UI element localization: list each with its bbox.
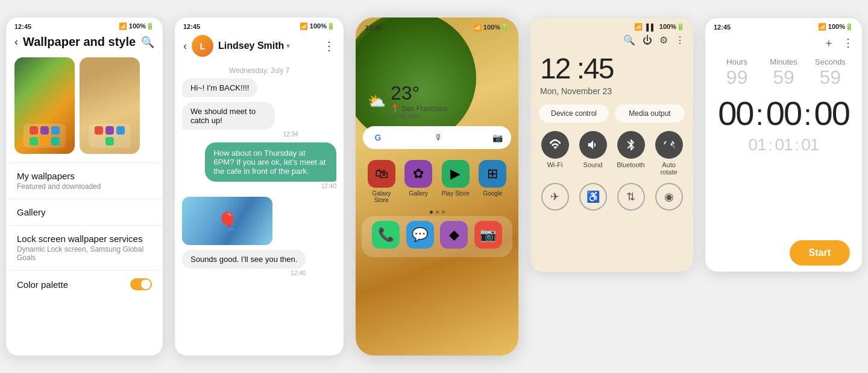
phone-status-bar: 12:45 📶 100%🔋 [356,18,518,34]
seconds-label: Seconds [807,57,854,66]
messages-more-icon[interactable]: ⋮ [323,39,335,53]
qs-toggle-wifi[interactable]: Wi-Fi [539,131,571,176]
message-date: Wednesday, July 7 [175,63,344,78]
message-bubble-3-container: How about on Thursday at 6PM? If you are… [182,142,336,190]
app-label-play-store: Play Store [442,190,470,197]
qs-toggle-auto-rotate[interactable]: Auto rotate [653,131,685,176]
page-title: Wallpaper and style [23,35,136,49]
auto-rotate-toggle-label: Auto rotate [653,161,685,176]
stopwatch-labels: Hours Minutes Seconds [705,53,862,66]
device-control-button[interactable]: Device control [539,104,609,123]
qs-battery-label: 100%🔋 [659,23,685,31]
bluetooth-toggle-icon [617,131,645,159]
message-bubble-1: Hi~! I'm BACK!!!! [182,78,257,97]
microphone-icon[interactable]: 🎙 [435,133,443,142]
phone-content: ⛅ 23° 📍 San Francisco 12:45 PM G 🎙 📷 🛍 G… [356,34,518,355]
wallpaper-preview-home[interactable] [80,57,140,154]
sound-toggle-label: Sound [583,161,603,168]
messages-back-icon[interactable]: ‹ [183,40,187,53]
qs-toggle-accessibility[interactable]: ♿ [577,183,609,211]
weather-temperature: 23° [391,82,448,104]
panel-quick-settings: 📶 ▌▌ 100%🔋 🔍 ⏻ ⚙ ⋮ 12 :45 Mon, November … [530,18,693,272]
app-icon-gallery: ✿ [404,160,432,188]
qs-toggles-row1: Wi-Fi Sound Bluetooth Auto rotate [530,129,693,178]
app-label-google: Google [483,190,502,197]
qs-toggle-bluetooth[interactable]: Bluetooth [615,131,647,176]
message-body: Hi~! I'm BACK!!!! We should meet to catc… [175,78,344,355]
start-button[interactable]: Start [790,240,850,266]
app-google[interactable]: ⊞ Google [477,160,509,203]
qs-toggle-rss[interactable]: ◉ [653,183,685,211]
panel-messages: 12:45 📶 100%🔋 ‹ L Lindsey Smith ▾ ⋮ Wedn… [175,18,344,355]
messages-header: ‹ L Lindsey Smith ▾ ⋮ [175,33,344,63]
dock-messages[interactable]: 💬 [406,221,435,249]
color-palette-toggle[interactable] [130,278,152,290]
menu-item-gallery[interactable]: Gallery [6,199,163,225]
dock-phone[interactable]: 📞 [371,221,401,249]
dock-icon-messages: 💬 [406,221,434,249]
contact-chevron-icon: ▾ [286,42,290,50]
message-bubble-3: How about on Thursday at 6PM? If you are… [205,142,336,182]
weather-city: 📍 San Francisco [391,104,448,113]
qs-control-buttons: Device control Media output [530,102,693,129]
phone-status-time: 12:45 [365,24,382,31]
dock-bixby[interactable]: ◆ [439,221,469,249]
page-dot-1 [430,211,433,214]
qs-action-icons: 🔍 ⏻ ⚙ ⋮ [530,33,693,49]
qs-power-icon[interactable]: ⏻ [643,35,652,46]
status-bar-wallpaper: 12:45 📶 100%🔋 [6,18,163,33]
qs-toggle-sound[interactable]: Sound [577,131,609,176]
top-hours: 99 [714,66,760,89]
wifi-toggle-icon [541,131,569,159]
weather-widget: ⛅ 23° 📍 San Francisco 12:45 PM [356,34,518,120]
phone-search-bar[interactable]: G 🎙 📷 [363,126,511,149]
message-bubble-2-container: We should meet to catch up! 12:34 [182,102,298,138]
panel-wallpaper: 12:45 📶 100%🔋 ‹ Wallpaper and style 🔍 [6,18,163,355]
auto-rotate-toggle-icon [655,131,683,159]
stopwatch-more-icon[interactable]: ⋮ [843,36,854,49]
qs-date-display: Mon, November 23 [530,86,693,102]
back-icon[interactable]: ‹ [14,36,18,48]
menu-item-lock-screen[interactable]: Lock screen wallpaper services Dynamic L… [6,225,163,270]
weather-time: 12:45 PM [391,113,448,120]
lens-icon[interactable]: 📷 [492,133,503,142]
dock-icon-camera: 📷 [474,221,502,249]
qs-search-icon[interactable]: 🔍 [623,34,635,46]
qs-toggle-airplane[interactable]: ✈ [539,183,571,211]
data-transfer-toggle-icon: ⇅ [617,183,645,211]
main-minutes: 00 [766,94,801,133]
message-bubble-4-container: Sounds good. I'll see you then. 12:40 [182,250,306,276]
message-time-2: 12:34 [182,131,298,138]
message-image: 🎈 [182,197,272,245]
wallpaper-preview-lock[interactable] [14,57,75,154]
app-play-store[interactable]: ▶ Play Store [439,160,472,203]
dock-camera[interactable]: 📷 [474,221,503,249]
stopwatch-status-time: 12:45 [714,24,731,31]
google-logo: G [371,131,385,144]
top-seconds: 59 [807,66,854,89]
app-galaxy-store[interactable]: 🛍 Galaxy Store [365,160,398,203]
qs-more-icon[interactable]: ⋮ [675,34,685,46]
phone-dock: 📞 💬 ◆ 📷 [362,216,512,257]
search-icon[interactable]: 🔍 [141,36,154,49]
page-dot-3 [442,211,445,214]
stopwatch-start-row: Start [705,163,862,272]
phone-status-icons: 📶 100%🔋 [473,24,509,31]
sub-colon-2: : [795,137,799,154]
menu-item-color-palette[interactable]: Color palette [6,270,163,298]
menu-item-my-wallpapers[interactable]: My wallpapers Featured and downloaded [6,162,163,199]
app-gallery[interactable]: ✿ Gallery [403,160,435,203]
media-output-button[interactable]: Media output [615,104,685,123]
phone-apps-grid: 🛍 Galaxy Store ✿ Gallery ▶ Play Store ⊞ … [356,155,518,208]
message-time-4: 12:40 [182,270,306,276]
colon-2: : [804,98,811,132]
qs-toggle-download[interactable]: ⇅ [615,183,647,211]
app-label-galaxy-store: Galaxy Store [365,190,398,203]
qs-settings-icon[interactable]: ⚙ [659,34,668,46]
toggle-knob [141,279,151,289]
sub-minutes: 01 [775,135,792,155]
minutes-label: Minutes [760,57,807,66]
rss-toggle-icon: ◉ [655,183,683,211]
dock-icon-phone: 📞 [372,221,400,249]
stopwatch-add-icon[interactable]: ＋ [823,36,834,50]
